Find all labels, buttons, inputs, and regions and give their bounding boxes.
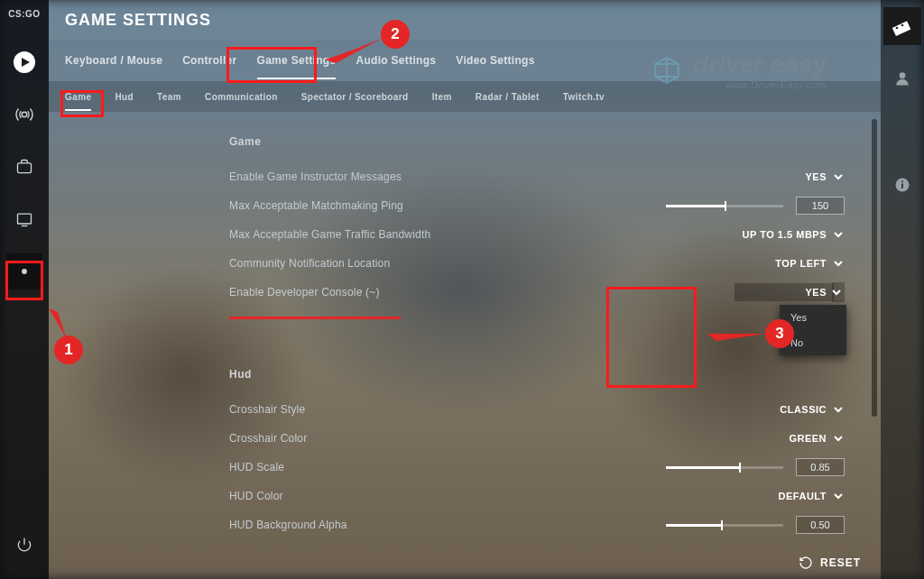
value-ping[interactable]: 150 xyxy=(796,197,845,215)
label-ping: Max Acceptable Matchmaking Ping xyxy=(229,199,666,212)
svg-rect-2 xyxy=(18,163,32,173)
svg-point-8 xyxy=(901,24,904,27)
slider-hscale[interactable] xyxy=(666,466,783,469)
label-cstyle: Crosshair Style xyxy=(229,403,733,416)
value-bandwidth: UP TO 1.5 MBPS xyxy=(733,229,832,240)
svg-point-9 xyxy=(900,72,906,78)
left-sidebar: CS:GO xyxy=(0,0,49,579)
label-hscale: HUD Scale xyxy=(229,461,666,473)
row-ping[interactable]: Max Acceptable Matchmaking Ping 150 xyxy=(229,191,845,220)
subtab-item[interactable]: Item xyxy=(432,83,452,111)
tab-video-settings[interactable]: Video Settings xyxy=(456,41,534,79)
arrow-2 xyxy=(318,34,386,69)
svg-rect-3 xyxy=(18,214,32,224)
slider-ping[interactable] xyxy=(666,205,783,207)
watermark-url: www.DriverEasy.com xyxy=(693,79,827,90)
chevron-down-icon xyxy=(832,432,845,445)
avatar[interactable] xyxy=(883,7,921,45)
callout-2: 2 xyxy=(381,20,410,49)
watermark: driver easy www.DriverEasy.com xyxy=(651,51,827,90)
subtab-game[interactable]: Game xyxy=(65,83,91,111)
chevron-down-icon xyxy=(832,257,845,270)
row-hud-color[interactable]: HUD Color DEFAULT xyxy=(229,482,845,510)
chevron-down-icon xyxy=(832,282,845,302)
csgo-logo: CS:GO xyxy=(8,9,40,19)
subtab-hud[interactable]: Hud xyxy=(115,83,134,111)
chevron-down-icon xyxy=(832,403,845,416)
subtab-communication[interactable]: Communication xyxy=(205,83,278,111)
reset-button[interactable]: RESET xyxy=(799,556,861,570)
label-halpha: HUD Background Alpha xyxy=(229,519,666,531)
arrow-3 xyxy=(700,323,769,350)
label-bandwidth: Max Acceptable Game Traffic Bandwidth xyxy=(229,228,733,241)
label-ccolor: Crosshair Color xyxy=(229,432,733,445)
value-instructor: YES xyxy=(733,171,832,182)
title-bar: GAME SETTINGS xyxy=(49,0,881,40)
section-title-hud: Hud xyxy=(229,368,845,381)
right-sidebar xyxy=(881,0,924,579)
svg-rect-12 xyxy=(901,181,903,183)
value-hscale[interactable]: 0.85 xyxy=(796,458,845,476)
subtab-twitch[interactable]: Twitch.tv xyxy=(563,83,605,111)
tab-keyboard-mouse[interactable]: Keyboard / Mouse xyxy=(65,41,162,79)
nav-settings-icon[interactable] xyxy=(6,253,42,290)
value-devcon: YES xyxy=(735,283,834,301)
label-notification: Community Notification Location xyxy=(229,257,733,270)
row-hud-scale[interactable]: HUD Scale 0.85 xyxy=(229,453,845,482)
chevron-down-icon xyxy=(832,228,845,241)
row-instructor[interactable]: Enable Game Instructor Messages YES xyxy=(229,162,845,191)
svg-rect-11 xyxy=(901,184,903,188)
underline-devcon-label xyxy=(229,317,401,319)
value-halpha[interactable]: 0.50 xyxy=(796,516,845,534)
info-icon[interactable] xyxy=(889,171,916,198)
svg-point-7 xyxy=(896,27,899,30)
row-crosshair-color[interactable]: Crosshair Color GREEN xyxy=(229,424,845,453)
svg-point-1 xyxy=(22,112,27,117)
value-ccolor: GREEN xyxy=(733,433,832,444)
row-hud-alpha[interactable]: HUD Background Alpha 0.50 xyxy=(229,510,845,539)
friends-icon[interactable] xyxy=(889,65,916,92)
value-cstyle: CLASSIC xyxy=(733,404,832,415)
chevron-down-icon xyxy=(832,170,845,183)
nav-watch-icon[interactable] xyxy=(6,201,42,237)
nav-broadcast-icon[interactable] xyxy=(6,96,42,133)
value-notification: TOP LEFT xyxy=(733,258,832,269)
svg-point-5 xyxy=(22,269,27,274)
nav-inventory-icon[interactable] xyxy=(6,149,42,185)
value-hcolor: DEFAULT xyxy=(733,491,832,501)
callout-3: 3 xyxy=(765,319,794,348)
chevron-down-icon xyxy=(832,490,845,502)
callout-1: 1 xyxy=(54,335,83,364)
label-devcon: Enable Developer Console (~) xyxy=(229,286,735,299)
row-crosshair-style[interactable]: Crosshair Style CLASSIC xyxy=(229,395,845,424)
watermark-brand: driver easy xyxy=(693,51,827,78)
page-title: GAME SETTINGS xyxy=(65,11,211,30)
tab-controller[interactable]: Controller xyxy=(182,41,236,79)
svg-rect-6 xyxy=(892,21,911,36)
subtab-team[interactable]: Team xyxy=(157,83,181,111)
label-instructor: Enable Game Instructor Messages xyxy=(229,170,733,183)
subtab-radar[interactable]: Radar / Tablet xyxy=(476,83,540,111)
row-developer-console[interactable]: Enable Developer Console (~) YES Yes No xyxy=(229,278,845,307)
main-panel: GAME SETTINGS Keyboard / Mouse Controlle… xyxy=(49,0,881,579)
reset-label: RESET xyxy=(820,556,861,569)
row-notification[interactable]: Community Notification Location TOP LEFT xyxy=(229,249,845,278)
scrollbar[interactable] xyxy=(872,119,877,417)
nav-play-icon[interactable] xyxy=(6,44,42,80)
row-bandwidth[interactable]: Max Acceptable Game Traffic Bandwidth UP… xyxy=(229,220,845,249)
slider-halpha[interactable] xyxy=(666,524,783,527)
label-hcolor: HUD Color xyxy=(229,490,733,502)
section-title-game: Game xyxy=(229,135,845,148)
nav-power-icon[interactable] xyxy=(6,527,42,563)
subtab-spectator[interactable]: Spectator / Scoreboard xyxy=(301,83,409,111)
